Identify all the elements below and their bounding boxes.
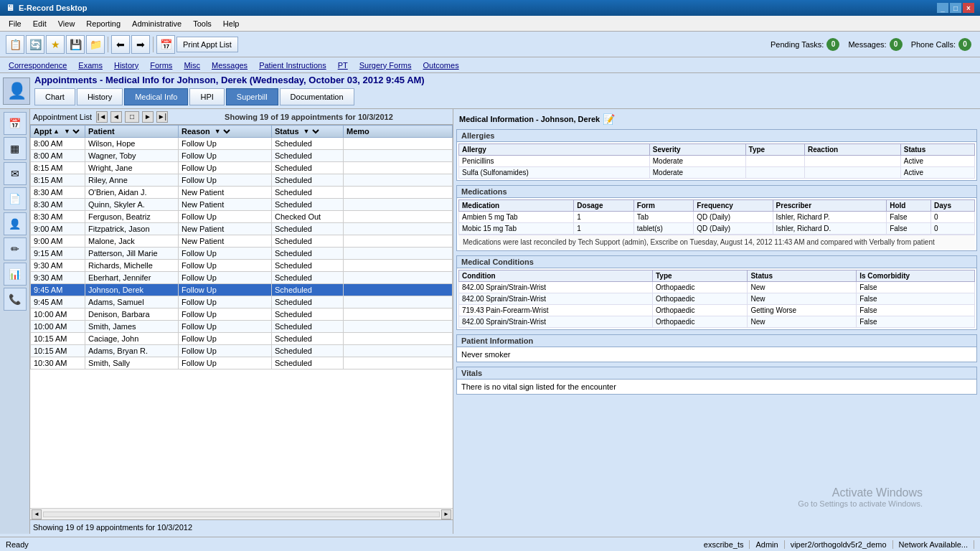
menu-view[interactable]: View — [52, 18, 81, 29]
allergies-content: Allergy Severity Type Reaction Status Pe… — [457, 142, 976, 180]
nav-current-button[interactable]: □ — [125, 111, 139, 123]
cell-memo — [343, 357, 452, 369]
toolbar-back-button[interactable]: ⬅ — [111, 35, 130, 54]
cell-patient: Malone, Jack — [85, 235, 178, 248]
menu-reporting[interactable]: Reporting — [80, 18, 126, 29]
table-row[interactable]: 9:15 AM Patterson, Jill Marie Follow Up … — [31, 248, 453, 260]
sidebar-mail-icon[interactable]: ✉ — [4, 162, 27, 185]
patient-info-header: Patient Information — [457, 335, 976, 347]
reason-filter[interactable]: ▼ — [212, 127, 232, 136]
toolbar-forward-button[interactable]: ➡ — [131, 35, 150, 54]
appt-filter[interactable]: ▼ — [61, 127, 82, 136]
nav-patient-instructions[interactable]: Patient Instructions — [253, 60, 332, 71]
toolbar-new-button[interactable]: 📋 — [6, 35, 24, 54]
nav-next-button[interactable]: ► — [142, 111, 154, 123]
tab-superbill[interactable]: Superbill — [226, 88, 278, 105]
table-row[interactable]: 8:00 AM Wilson, Hope Follow Up Scheduled — [31, 138, 453, 150]
tab-documentation[interactable]: Documentation — [280, 88, 354, 105]
allergy-cell-type — [745, 156, 804, 167]
sidebar-doc-icon[interactable]: 📄 — [4, 187, 27, 210]
minimize-button[interactable]: _ — [937, 3, 948, 13]
scroll-left-button[interactable]: ◄ — [32, 509, 42, 519]
table-row[interactable]: 8:30 AM Quinn, Skyler A. New Patient Sch… — [31, 199, 453, 211]
medical-info-edit-icon[interactable]: 📝 — [603, 113, 615, 125]
med-cell-hold: False — [887, 223, 931, 235]
maximize-button[interactable]: □ — [950, 3, 961, 13]
tab-history[interactable]: History — [77, 88, 123, 105]
med-cell-form: tablet(s) — [633, 223, 694, 235]
sidebar-person-icon[interactable]: 👤 — [4, 212, 27, 235]
menu-administrative[interactable]: Administrative — [126, 18, 187, 29]
sidebar-table-icon[interactable]: 📊 — [4, 263, 27, 286]
cond-col-comorbidity: Is Comorbidity — [857, 270, 975, 282]
cell-reason: Follow Up — [178, 321, 271, 333]
horizontal-scrollbar[interactable]: ◄ ► — [30, 508, 453, 519]
nav-messages[interactable]: Messages — [206, 60, 253, 71]
table-row[interactable]: 8:15 AM Wright, Jane Follow Up Scheduled — [31, 162, 453, 174]
sidebar-calendar-icon[interactable]: 📅 — [4, 112, 27, 135]
allergy-cell-severity: Moderate — [649, 167, 745, 179]
sidebar-edit-icon[interactable]: ✏ — [4, 237, 27, 260]
menu-bar: File Edit View Reporting Administrative … — [0, 16, 980, 32]
cell-patient: Denison, Barbara — [85, 309, 178, 321]
menu-edit[interactable]: Edit — [27, 18, 52, 29]
status-filter[interactable]: ▼ — [301, 127, 321, 136]
table-row[interactable]: 10:00 AM Denison, Barbara Follow Up Sche… — [31, 309, 453, 321]
toolbar-refresh-button[interactable]: 🔄 — [26, 35, 44, 54]
nav-prev-button[interactable]: ◄ — [110, 111, 122, 123]
tab-chart[interactable]: Chart — [34, 88, 75, 105]
table-row[interactable]: 10:30 AM Smith, Sally Follow Up Schedule… — [31, 357, 453, 369]
nav-correspondence[interactable]: Correspondence — [3, 60, 72, 71]
table-row[interactable]: 9:30 AM Eberhart, Jennifer Follow Up Sch… — [31, 272, 453, 284]
tab-medical-info[interactable]: Medical Info — [124, 88, 188, 105]
menu-file[interactable]: File — [3, 18, 27, 29]
cell-reason: Follow Up — [178, 174, 271, 187]
med-col-form: Form — [633, 200, 694, 212]
cell-status: Scheduled — [271, 260, 343, 272]
table-row[interactable]: 10:00 AM Smith, James Follow Up Schedule… — [31, 321, 453, 333]
nav-pt[interactable]: PT — [332, 60, 354, 71]
toolbar-star-button[interactable]: ★ — [46, 35, 65, 54]
table-row[interactable]: 10:15 AM Adams, Bryan R. Follow Up Sched… — [31, 345, 453, 357]
tab-hpi[interactable]: HPI — [189, 88, 224, 105]
nav-history[interactable]: History — [108, 60, 144, 71]
window-controls[interactable]: _ □ × — [937, 3, 974, 13]
table-row[interactable]: 9:00 AM Malone, Jack New Patient Schedul… — [31, 235, 453, 248]
nav-forms[interactable]: Forms — [144, 60, 178, 71]
cell-memo — [343, 174, 452, 187]
scroll-track[interactable] — [43, 512, 440, 517]
table-row[interactable]: 9:30 AM Richards, Michelle Follow Up Sch… — [31, 260, 453, 272]
scroll-right-button[interactable]: ► — [441, 509, 451, 519]
print-appt-button[interactable]: Print Appt List — [176, 37, 238, 52]
sidebar-grid-icon[interactable]: ▦ — [4, 137, 27, 160]
nav-misc[interactable]: Misc — [178, 60, 206, 71]
table-row[interactable]: 10:15 AM Caciage, John Follow Up Schedul… — [31, 333, 453, 345]
sidebar-phone-icon[interactable]: 📞 — [4, 288, 27, 311]
nav-exams[interactable]: Exams — [72, 60, 108, 71]
nav-last-button[interactable]: ►| — [156, 111, 168, 123]
toolbar-calendar-button[interactable]: 📅 — [156, 35, 175, 54]
table-row[interactable]: 9:00 AM Fitzpatrick, Jason New Patient S… — [31, 223, 453, 235]
cell-reason: New Patient — [178, 223, 271, 235]
cell-patient: Ferguson, Beatriz — [85, 211, 178, 223]
menu-tools[interactable]: Tools — [187, 18, 217, 29]
nav-surgery-forms[interactable]: Surgery Forms — [354, 60, 418, 71]
allergy-cell-allergy: Penicillins — [459, 156, 650, 167]
nav-outcomes[interactable]: Outcomes — [418, 60, 465, 71]
table-row[interactable]: 9:45 AM Adams, Samuel Follow Up Schedule… — [31, 296, 453, 309]
close-button[interactable]: × — [963, 3, 974, 13]
col-reason: Reason▼ — [178, 126, 271, 138]
table-row[interactable]: 8:30 AM O'Brien, Aidan J. New Patient Sc… — [31, 187, 453, 199]
table-row[interactable]: 8:30 AM Ferguson, Beatriz Follow Up Chec… — [31, 211, 453, 223]
nav-first-button[interactable]: |◄ — [96, 111, 108, 123]
menu-help[interactable]: Help — [217, 18, 245, 29]
table-row[interactable]: 8:00 AM Wagner, Toby Follow Up Scheduled — [31, 150, 453, 162]
cell-time: 9:45 AM — [31, 284, 85, 296]
table-row[interactable]: 8:15 AM Riley, Anne Follow Up Scheduled — [31, 174, 453, 187]
toolbar-open-button[interactable]: 📁 — [86, 35, 105, 54]
cell-reason: Follow Up — [178, 211, 271, 223]
table-row[interactable]: 9:45 AM Johnson, Derek Follow Up Schedul… — [31, 284, 453, 296]
allergy-row: Sulfa (Sulfonamides) Moderate Active — [459, 167, 975, 179]
cond-cell-status: New — [748, 293, 857, 305]
toolbar-save-button[interactable]: 💾 — [66, 35, 85, 54]
